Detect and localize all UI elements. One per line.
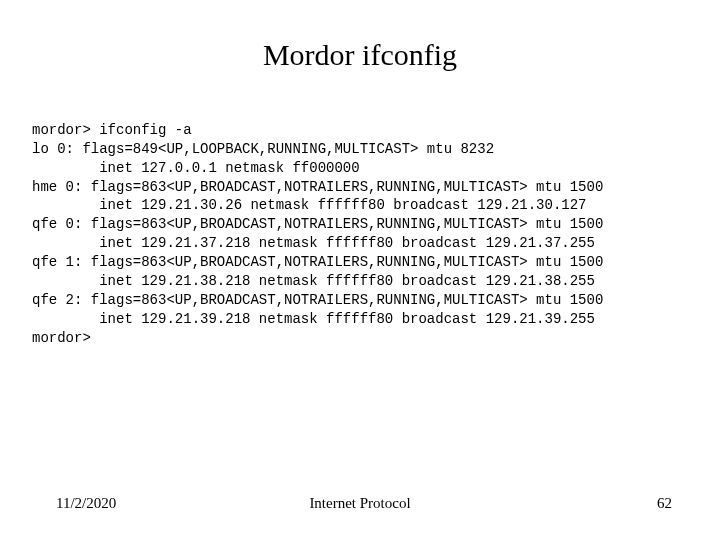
terminal-line: qfe 2: flags=863<UP,BROADCAST,NOTRAILERS…: [32, 292, 603, 308]
footer-page-number: 62: [657, 495, 672, 512]
slide: Mordor ifconfig mordor> ifconfig -a lo 0…: [0, 0, 720, 540]
terminal-output: mordor> ifconfig -a lo 0: flags=849<UP,L…: [0, 102, 720, 348]
terminal-line: mordor> ifconfig -a: [32, 122, 192, 138]
terminal-line: inet 127.0.0.1 netmask ff000000: [32, 160, 360, 176]
terminal-line: qfe 1: flags=863<UP,BROADCAST,NOTRAILERS…: [32, 254, 603, 270]
terminal-line: inet 129.21.38.218 netmask ffffff80 broa…: [32, 273, 595, 289]
terminal-line: mordor>: [32, 330, 91, 346]
terminal-line: inet 129.21.39.218 netmask ffffff80 broa…: [32, 311, 595, 327]
terminal-line: lo 0: flags=849<UP,LOOPBACK,RUNNING,MULT…: [32, 141, 494, 157]
terminal-line: hme 0: flags=863<UP,BROADCAST,NOTRAILERS…: [32, 179, 603, 195]
terminal-line: inet 129.21.37.218 netmask ffffff80 broa…: [32, 235, 595, 251]
terminal-line: inet 129.21.30.26 netmask ffffff80 broad…: [32, 197, 587, 213]
terminal-line: qfe 0: flags=863<UP,BROADCAST,NOTRAILERS…: [32, 216, 603, 232]
slide-title: Mordor ifconfig: [0, 0, 720, 102]
footer-title: Internet Protocol: [0, 495, 720, 512]
